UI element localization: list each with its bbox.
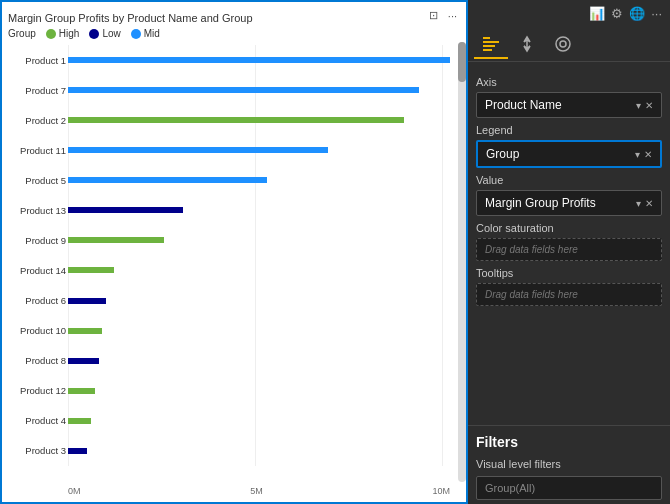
bar-label: Product 1: [8, 55, 66, 66]
bar-bar-blue: [68, 177, 267, 183]
grid-lines: [68, 45, 442, 466]
chart-panel: ⊡ ··· Margin Group Profits by Product Na…: [0, 0, 468, 504]
bar-label: Product 3: [8, 445, 66, 456]
svg-rect-1: [483, 41, 499, 43]
legend-section-label: Legend: [476, 124, 662, 136]
table-row: Product 6: [68, 291, 450, 311]
table-row: Product 12: [68, 381, 450, 401]
svg-rect-0: [483, 37, 490, 39]
value-label: Value: [476, 174, 662, 186]
bar-bar-darkblue: [68, 207, 183, 213]
bar-bar-green: [68, 237, 164, 243]
color-saturation-label: Color saturation: [476, 222, 662, 234]
bar-bar-green: [68, 418, 91, 424]
bar-bar-green: [68, 117, 404, 123]
tooltips-label: Tooltips: [476, 267, 662, 279]
table-row: Product 7: [68, 80, 450, 100]
legend-close-icon[interactable]: ✕: [644, 149, 652, 160]
more-icon[interactable]: ···: [651, 6, 662, 21]
bar-label: Product 8: [8, 355, 66, 366]
bar-label: Product 6: [8, 295, 66, 306]
legend-label-high: High: [59, 28, 80, 39]
chart-title: Margin Group Profits by Product Name and…: [8, 12, 460, 24]
legend-item-mid: Mid: [131, 28, 160, 39]
analytics-icon[interactable]: 🌐: [629, 6, 645, 21]
bar-label: Product 13: [8, 205, 66, 216]
table-row: Product 9: [68, 230, 450, 250]
value-value: Margin Group Profits: [485, 196, 596, 210]
format-icon[interactable]: ⚙: [611, 6, 623, 21]
bar-bar-green: [68, 388, 95, 394]
legend-label-low: Low: [102, 28, 120, 39]
bar-label: Product 5: [8, 175, 66, 186]
bar-chart-icon[interactable]: 📊: [589, 6, 605, 21]
bar-chart: Product 1Product 7Product 2Product 11Pro…: [8, 45, 460, 486]
table-row: Product 3: [68, 441, 450, 461]
tooltips-drop[interactable]: Drag data fields here: [476, 283, 662, 306]
x-axis-0: 0M: [68, 486, 81, 496]
tab-bar: [468, 27, 670, 62]
value-chevron-icon[interactable]: ▾: [636, 198, 641, 209]
axis-label: Axis: [476, 76, 662, 88]
bars-container: [68, 50, 450, 70]
table-row: Product 14: [68, 260, 450, 280]
bar-label: Product 12: [8, 385, 66, 396]
bar-bar-blue: [68, 57, 450, 63]
panel-content: Axis Product Name ▾ ✕ Legend Group ▾ ✕ V…: [468, 62, 670, 425]
value-field-icons: ▾ ✕: [636, 198, 653, 209]
legend-group-label: Group: [8, 28, 36, 39]
table-row: Product 13: [68, 200, 450, 220]
bar-label: Product 10: [8, 325, 66, 336]
tab-fields[interactable]: [474, 29, 508, 59]
table-row: Product 4: [68, 411, 450, 431]
bar-bar-green: [68, 267, 114, 273]
value-field-box[interactable]: Margin Group Profits ▾ ✕: [476, 190, 662, 216]
bar-bar-blue: [68, 87, 419, 93]
bar-label: Product 11: [8, 145, 66, 156]
svg-point-5: [556, 37, 570, 51]
bar-bar-darkblue: [68, 358, 99, 364]
axis-field-icons: ▾ ✕: [636, 100, 653, 111]
more-options-icon[interactable]: ···: [445, 8, 460, 23]
bar-label: Product 4: [8, 415, 66, 426]
bars-container: [68, 260, 450, 280]
chart-toolbar: ⊡ ···: [426, 8, 460, 23]
legend-item-high: High: [46, 28, 80, 39]
chart-scrollbar-thumb: [458, 42, 466, 82]
legend-field-box[interactable]: Group ▾ ✕: [476, 140, 662, 168]
bars-container: [68, 230, 450, 250]
bar-label: Product 2: [8, 115, 66, 126]
bars-container: [68, 110, 450, 130]
table-row: Product 10: [68, 321, 450, 341]
axis-value: Product Name: [485, 98, 562, 112]
visual-level-filters[interactable]: Visual level filters: [468, 454, 670, 474]
bars-container: [68, 351, 450, 371]
tab-analytics[interactable]: [546, 29, 580, 59]
bar-bar-blue: [68, 147, 328, 153]
axis-close-icon[interactable]: ✕: [645, 100, 653, 111]
table-row: Product 1: [68, 50, 450, 70]
bars-container: [68, 170, 450, 190]
svg-rect-2: [483, 45, 495, 47]
x-axis: 0M 5M 10M: [8, 486, 460, 496]
legend-dot-high: [46, 29, 56, 39]
bar-bar-green: [68, 328, 102, 334]
expand-icon[interactable]: ⊡: [426, 8, 441, 23]
svg-rect-3: [483, 49, 492, 51]
top-icon-bar: 📊 ⚙ 🌐 ···: [468, 0, 670, 27]
legend-chevron-icon[interactable]: ▾: [635, 149, 640, 160]
bar-label: Product 7: [8, 85, 66, 96]
value-close-icon[interactable]: ✕: [645, 198, 653, 209]
chart-scrollbar[interactable]: [458, 42, 466, 482]
filters-header: Filters: [468, 425, 670, 454]
axis-chevron-icon[interactable]: ▾: [636, 100, 641, 111]
group-all-filter[interactable]: Group(All): [476, 476, 662, 500]
color-saturation-drop[interactable]: Drag data fields here: [476, 238, 662, 261]
table-row: Product 11: [68, 140, 450, 160]
axis-field-box[interactable]: Product Name ▾ ✕: [476, 92, 662, 118]
bar-label: Product 9: [8, 235, 66, 246]
bars-container: [68, 321, 450, 341]
table-row: Product 5: [68, 170, 450, 190]
tab-format[interactable]: [510, 29, 544, 59]
bar-label: Product 14: [8, 265, 66, 276]
